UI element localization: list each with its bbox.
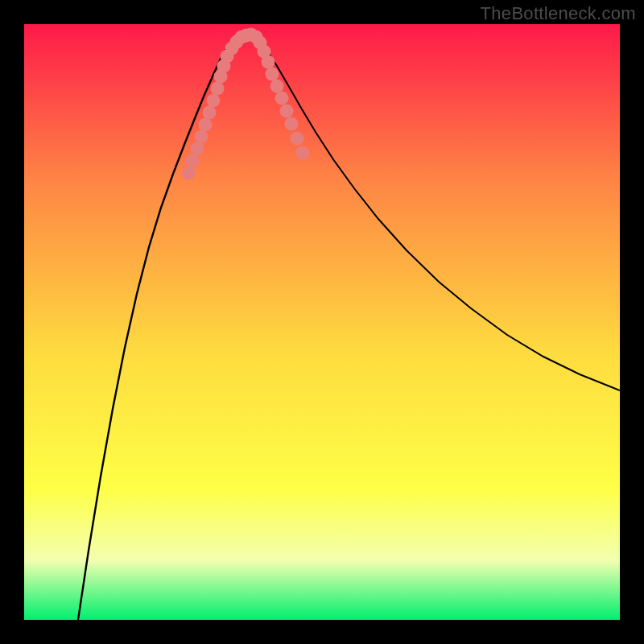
marker-dot (207, 94, 221, 108)
marker-dot (285, 118, 299, 131)
marker-dot (191, 142, 204, 156)
marker-dot (195, 130, 208, 144)
marker-dot (266, 68, 279, 81)
chart-frame: TheBottleneck.com (0, 0, 644, 644)
marker-dot (270, 80, 284, 93)
plot-area (24, 24, 620, 620)
watermark-text: TheBottleneck.com (481, 3, 636, 24)
marker-dot (296, 147, 310, 160)
marker-dot (211, 82, 225, 96)
marker-dot (199, 118, 213, 132)
marker-dot (182, 167, 196, 180)
marker-dot (275, 92, 289, 105)
marker-dot (280, 105, 294, 118)
bottleneck-curve (24, 24, 620, 620)
marker-dot (291, 132, 304, 146)
marker-dot (186, 155, 200, 168)
marker-dot (262, 56, 275, 69)
marker-dot (203, 106, 217, 120)
